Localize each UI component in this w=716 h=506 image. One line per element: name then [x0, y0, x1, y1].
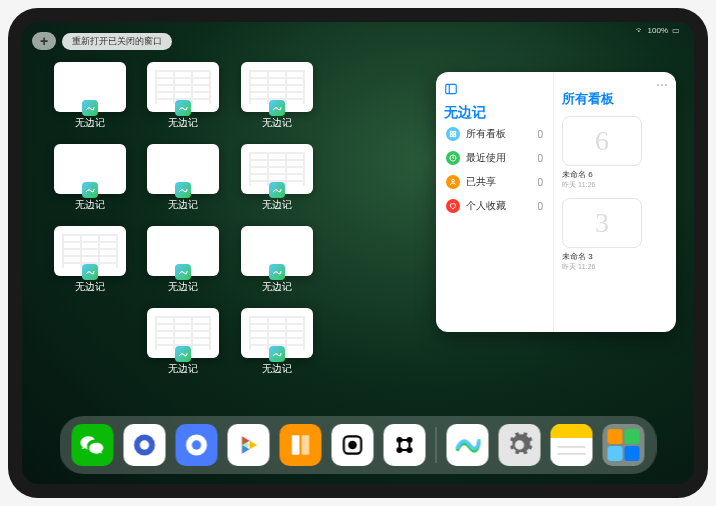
freeform-app-icon	[269, 182, 285, 198]
board-time: 昨天 11:26	[562, 262, 668, 272]
window-thumbnail[interactable]: 无边记	[237, 308, 317, 376]
sidebar-item-label: 所有看板	[466, 127, 506, 141]
dock-app-scan[interactable]	[384, 424, 426, 466]
wifi-icon: ᯤ	[636, 26, 644, 35]
freeform-app-icon	[175, 264, 191, 280]
window-label: 无边记	[262, 362, 292, 376]
svg-rect-13	[302, 435, 310, 455]
freeform-app-icon	[175, 100, 191, 116]
ipad-frame: ᯤ 100% ▭ + 重新打开已关闭的窗口 无边记无边记无边记无边记无边记无边记…	[8, 8, 708, 498]
sidebar-item-label: 最近使用	[466, 151, 506, 165]
dock-app-books[interactable]	[280, 424, 322, 466]
svg-point-17	[407, 437, 413, 443]
svg-rect-3	[454, 131, 456, 133]
window-thumbnail[interactable]: 无边记	[50, 226, 130, 294]
sidebar: 无边记 所有看板0最近使用0已共享0个人收藏0	[436, 72, 554, 332]
sidebar-item-count: 0	[537, 201, 543, 212]
window-label: 无边记	[168, 116, 198, 130]
sidebar-item-label: 个人收藏	[466, 199, 506, 213]
sidebar-item-count: 0	[537, 153, 543, 164]
window-thumbnail[interactable]: 无边记	[50, 144, 130, 212]
dock-app-quark-hd[interactable]	[124, 424, 166, 466]
window-label: 无边记	[168, 198, 198, 212]
freeform-app-icon	[269, 264, 285, 280]
window-thumbnail[interactable]: 无边记	[144, 62, 224, 130]
person-icon	[446, 175, 460, 189]
freeform-app-icon	[175, 346, 191, 362]
sidebar-item-count: 0	[537, 177, 543, 188]
window-label: 无边记	[75, 280, 105, 294]
svg-rect-20	[551, 424, 593, 438]
sidebar-item-heart[interactable]: 个人收藏0	[444, 194, 545, 218]
dock-app-quark[interactable]	[176, 424, 218, 466]
window-label: 无边记	[262, 116, 292, 130]
svg-point-19	[407, 447, 413, 453]
sidebar-item-clock[interactable]: 最近使用0	[444, 146, 545, 170]
new-window-button[interactable]: +	[32, 32, 56, 50]
dock-app-play[interactable]	[228, 424, 270, 466]
sidebar-item-grid[interactable]: 所有看板0	[444, 122, 545, 146]
reopen-closed-window-button[interactable]: 重新打开已关闭的窗口	[62, 33, 172, 50]
battery-label: 100%	[648, 26, 668, 35]
svg-rect-2	[450, 131, 452, 133]
stage-manager-grid: 无边记无边记无边记无边记无边记无边记无边记无边记无边记无边记无边记	[50, 62, 410, 376]
dock-app-notes[interactable]	[551, 424, 593, 466]
freeform-app-icon	[269, 346, 285, 362]
freeform-app-icon	[269, 100, 285, 116]
board-time: 昨天 11:26	[562, 180, 668, 190]
freeform-app-icon	[175, 182, 191, 198]
window-thumbnail[interactable]: 无边记	[237, 226, 317, 294]
svg-point-7	[452, 179, 455, 182]
sidebar-item-person[interactable]: 已共享0	[444, 170, 545, 194]
window-label: 无边记	[75, 198, 105, 212]
screen: ᯤ 100% ▭ + 重新打开已关闭的窗口 无边记无边记无边记无边记无边记无边记…	[22, 22, 694, 484]
board-item[interactable]: 3未命名 3昨天 11:26	[562, 198, 668, 272]
window-thumbnail[interactable]: 无边记	[50, 62, 130, 130]
sidebar-item-count: 0	[537, 129, 543, 140]
dock-app-settings[interactable]	[499, 424, 541, 466]
svg-rect-4	[450, 135, 452, 137]
window-label: 无边记	[75, 116, 105, 130]
window-label: 无边记	[168, 362, 198, 376]
window-thumbnail[interactable]: 无边记	[144, 226, 224, 294]
sidebar-toggle-icon[interactable]	[444, 82, 458, 96]
dock	[60, 416, 657, 474]
svg-point-9	[140, 440, 149, 449]
content-title: 所有看板	[562, 90, 668, 108]
window-thumbnail[interactable]: 无边记	[144, 308, 224, 376]
battery-icon: ▭	[672, 26, 680, 35]
svg-point-18	[397, 447, 403, 453]
dock-app-freeform[interactable]	[447, 424, 489, 466]
svg-point-15	[349, 442, 356, 449]
app-window-freeform[interactable]: 无边记 所有看板0最近使用0已共享0个人收藏0 ⋯ 所有看板 6未命名 6昨天 …	[436, 72, 676, 332]
window-thumbnail[interactable]: 无边记	[237, 144, 317, 212]
svg-rect-12	[292, 435, 300, 455]
dock-separator	[436, 427, 437, 463]
freeform-app-icon	[82, 182, 98, 198]
svg-rect-21	[551, 438, 593, 466]
status-bar: ᯤ 100% ▭	[636, 26, 680, 35]
main-content: ⋯ 所有看板 6未命名 6昨天 11:263未命名 3昨天 11:26	[554, 72, 676, 332]
freeform-app-icon	[82, 264, 98, 280]
board-item[interactable]: 6未命名 6昨天 11:26	[562, 116, 668, 190]
clock-icon	[446, 151, 460, 165]
top-controls: + 重新打开已关闭的窗口	[32, 32, 172, 50]
heart-icon	[446, 199, 460, 213]
board-thumbnail: 3	[562, 198, 642, 248]
sidebar-item-label: 已共享	[466, 175, 496, 189]
window-thumbnail[interactable]: 无边记	[144, 144, 224, 212]
board-name: 未命名 3	[562, 251, 668, 262]
more-icon[interactable]: ⋯	[562, 82, 668, 88]
dock-folder[interactable]	[603, 424, 645, 466]
svg-point-11	[192, 440, 201, 449]
window-label: 无边记	[262, 280, 292, 294]
svg-point-16	[397, 437, 403, 443]
sidebar-title: 无边记	[444, 104, 545, 122]
window-label: 无边记	[168, 280, 198, 294]
grid-icon	[446, 127, 460, 141]
dock-app-wechat[interactable]	[72, 424, 114, 466]
dock-app-dice[interactable]	[332, 424, 374, 466]
window-thumbnail[interactable]: 无边记	[237, 62, 317, 130]
freeform-app-icon	[82, 100, 98, 116]
board-name: 未命名 6	[562, 169, 668, 180]
